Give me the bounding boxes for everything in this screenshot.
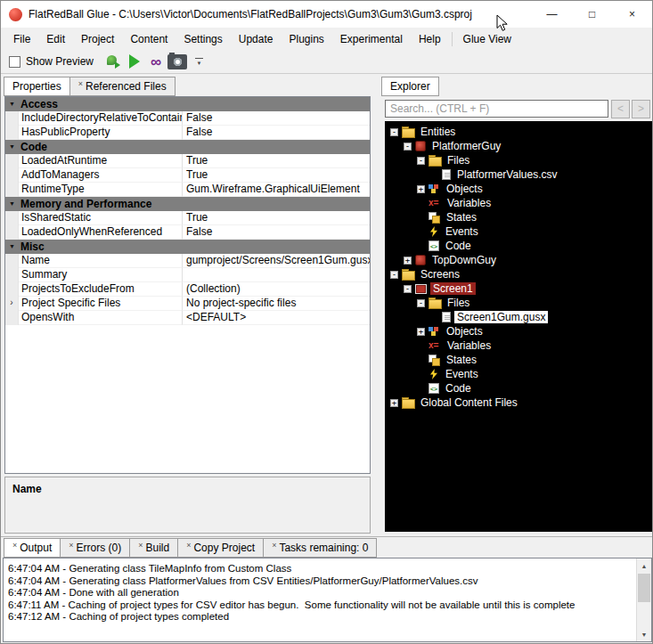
screen-icon: [415, 284, 427, 294]
tree-item-objects[interactable]: + Objects: [385, 324, 652, 338]
tree-item-global-content-files[interactable]: + Global Content Files: [385, 395, 652, 410]
scroll-down-icon[interactable]: ▼: [637, 627, 651, 641]
output-scrollbar[interactable]: ▲ ▼: [636, 558, 651, 641]
menu-experimental[interactable]: Experimental: [332, 29, 411, 49]
close-icon[interactable]: ×: [186, 542, 191, 550]
tree-item-states[interactable]: States: [385, 210, 652, 224]
search-input[interactable]: [385, 100, 608, 118]
tree-item-code[interactable]: Code: [385, 239, 652, 253]
screenshot-button[interactable]: [167, 52, 188, 71]
tree-item-topdownguy[interactable]: + TopDownGuy: [385, 253, 652, 267]
category-code[interactable]: ▼ Code: [5, 140, 370, 154]
tab-referenced-files[interactable]: × Referenced Files: [69, 77, 175, 96]
scrollbar-thumb[interactable]: [638, 574, 650, 602]
minimize-button[interactable]: —: [532, 1, 572, 28]
collapse-arrow-icon[interactable]: ▼: [5, 240, 19, 254]
property-row-selected[interactable]: › Project Specific Files No project-spec…: [5, 297, 370, 311]
collapse-icon[interactable]: -: [417, 299, 425, 307]
search-next-button[interactable]: >: [632, 100, 650, 118]
scroll-up-icon[interactable]: ▲: [637, 558, 651, 573]
close-button[interactable]: ×: [612, 1, 652, 28]
property-row-name[interactable]: Name gumproject/Screens/Screen1Gum.gusx: [5, 254, 370, 268]
camera-icon: [167, 54, 187, 69]
toolbar-overflow-button[interactable]: ▼: [195, 58, 203, 66]
tree-item-variables[interactable]: Variables: [385, 196, 652, 210]
collapse-icon[interactable]: -: [417, 157, 425, 165]
menu-file[interactable]: File: [5, 29, 38, 49]
tree-item-entities[interactable]: - Entities: [385, 125, 652, 139]
collapse-arrow-icon[interactable]: ▼: [5, 197, 19, 211]
tree-item-screen1[interactable]: - Screen1: [385, 281, 652, 296]
tree-item-states[interactable]: States: [385, 353, 652, 367]
tab-errors[interactable]: × Errors (0): [60, 538, 130, 558]
row-arrow-icon: ›: [5, 297, 19, 311]
property-row[interactable]: AddToManagers True: [5, 168, 370, 183]
collapse-icon[interactable]: -: [390, 128, 398, 136]
expand-icon[interactable]: +: [417, 328, 425, 336]
tab-properties[interactable]: Properties: [4, 77, 70, 96]
tree-item-platformerguy[interactable]: - PlatformerGuy: [385, 139, 652, 153]
close-icon[interactable]: ×: [272, 542, 276, 550]
menu-plugins[interactable]: Plugins: [281, 29, 331, 49]
show-preview-checkbox[interactable]: [9, 56, 20, 68]
property-row[interactable]: LoadedOnlyWhenReferenced False: [5, 225, 370, 240]
tab-output[interactable]: × Output: [4, 538, 61, 558]
tree-item-platformervalues-csv[interactable]: PlatformerValues.csv: [385, 167, 652, 182]
menu-settings[interactable]: Settings: [175, 29, 230, 49]
tree-item-objects[interactable]: + Objects: [385, 182, 652, 196]
output-line: 6:47:11 AM - Caching of project types fo…: [8, 599, 633, 612]
tab-build[interactable]: × Build: [129, 538, 178, 558]
overflow-bar-icon: [195, 58, 203, 59]
states-icon: [429, 355, 440, 365]
property-row[interactable]: IsSharedStatic True: [5, 211, 370, 225]
tree-item-files[interactable]: - Files: [385, 296, 652, 310]
search-prev-button[interactable]: <: [611, 100, 630, 118]
property-row[interactable]: HasPublicProperty False: [5, 126, 370, 140]
category-memory-and-performance[interactable]: ▼ Memory and Performance: [5, 197, 370, 211]
expand-icon[interactable]: +: [417, 185, 425, 193]
menu-project[interactable]: Project: [73, 29, 122, 49]
show-preview-label[interactable]: Show Preview: [26, 55, 94, 68]
property-row[interactable]: RuntimeType Gum.Wireframe.GraphicalUiEle…: [5, 183, 370, 197]
property-row[interactable]: LoadedAtRuntime True: [5, 154, 370, 168]
menu-glue-view[interactable]: Glue View: [455, 29, 519, 49]
run-button[interactable]: [124, 52, 145, 71]
tab-copy-project[interactable]: × Copy Project: [177, 538, 264, 558]
tree-item-code[interactable]: Code: [385, 381, 652, 395]
expand-icon[interactable]: +: [390, 399, 398, 407]
collapse-icon[interactable]: -: [404, 285, 412, 293]
tree-item-variables[interactable]: Variables: [385, 338, 652, 353]
tree-item-events[interactable]: Events: [385, 367, 652, 381]
property-row[interactable]: ProjectsToExcludeFrom (Collection): [5, 282, 370, 297]
category-access[interactable]: ▼ Access: [5, 97, 370, 111]
maximize-button[interactable]: □: [572, 1, 612, 28]
output-line: 6:47:04 AM - Done with all generation: [8, 587, 633, 599]
menu-content[interactable]: Content: [122, 29, 175, 49]
expand-icon[interactable]: +: [404, 257, 412, 265]
property-row[interactable]: IncludeDirectoryRelativeToContaine False: [5, 111, 370, 126]
collapse-icon[interactable]: -: [404, 143, 412, 151]
tree-item-screen1gum-gusx[interactable]: Screen1Gum.gusx: [385, 310, 652, 324]
collapse-arrow-icon[interactable]: ▼: [5, 140, 19, 154]
menu-update[interactable]: Update: [231, 29, 282, 49]
menu-edit[interactable]: Edit: [38, 29, 73, 49]
close-icon[interactable]: ×: [69, 542, 73, 550]
visual-studio-button[interactable]: [145, 52, 167, 71]
visual-studio-icon: [151, 54, 161, 69]
menu-help[interactable]: Help: [411, 29, 449, 49]
close-icon[interactable]: ×: [138, 542, 143, 550]
tree-item-events[interactable]: Events: [385, 224, 652, 239]
tab-tasks-remaining[interactable]: × Tasks remaining: 0: [263, 538, 377, 558]
tree-item-files[interactable]: - Files: [385, 153, 652, 167]
close-icon[interactable]: ×: [78, 80, 83, 88]
gum-tool-button[interactable]: [102, 52, 124, 71]
close-icon[interactable]: ×: [12, 542, 17, 550]
collapse-icon[interactable]: -: [390, 271, 398, 279]
property-row-summary[interactable]: Summary: [5, 268, 370, 282]
tab-explorer[interactable]: Explorer: [381, 77, 439, 96]
category-misc[interactable]: ▼ Misc: [5, 240, 370, 254]
tree-item-screens[interactable]: - Screens: [385, 267, 652, 281]
app-icon: [9, 8, 22, 21]
collapse-arrow-icon[interactable]: ▼: [5, 97, 19, 111]
property-row[interactable]: OpensWith <DEFAULT>: [5, 311, 370, 325]
